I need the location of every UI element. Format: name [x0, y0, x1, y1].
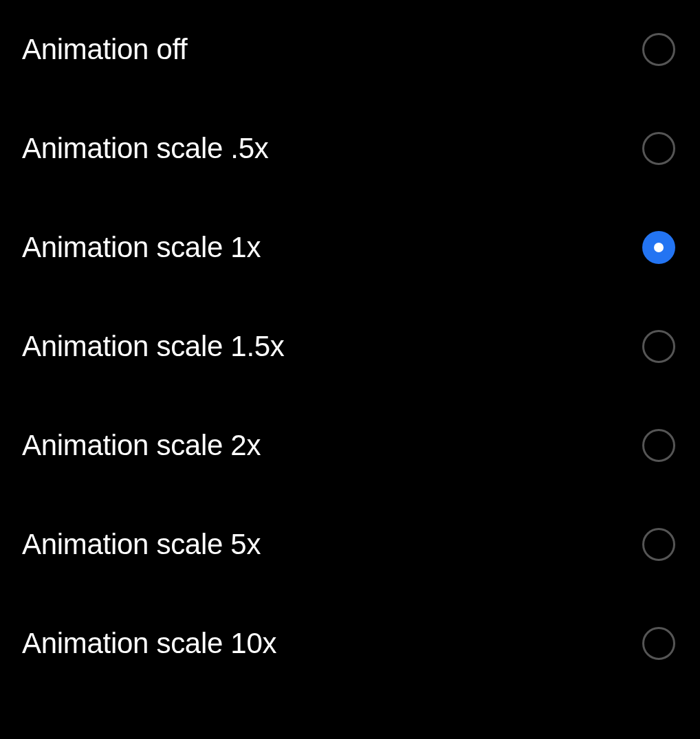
option-animation-off[interactable]: Animation off	[0, 0, 700, 99]
radio-icon	[642, 330, 675, 363]
radio-icon	[642, 627, 675, 660]
option-label: Animation scale 1.5x	[22, 330, 285, 363]
radio-icon	[642, 429, 675, 462]
option-label: Animation scale 2x	[22, 429, 261, 462]
animation-scale-options: Animation off Animation scale .5x Animat…	[0, 0, 700, 693]
radio-icon	[642, 132, 675, 165]
option-label: Animation scale .5x	[22, 132, 268, 165]
option-animation-scale-2x[interactable]: Animation scale 2x	[0, 396, 700, 495]
option-animation-scale-5x[interactable]: Animation scale 5x	[0, 495, 700, 594]
option-animation-scale-1-5x[interactable]: Animation scale 1.5x	[0, 297, 700, 396]
radio-dot-icon	[654, 243, 664, 252]
radio-icon	[642, 33, 675, 66]
option-label: Animation scale 5x	[22, 528, 261, 561]
option-animation-scale-0-5x[interactable]: Animation scale .5x	[0, 99, 700, 198]
option-animation-scale-10x[interactable]: Animation scale 10x	[0, 594, 700, 693]
radio-icon	[642, 231, 675, 264]
option-label: Animation scale 1x	[22, 231, 261, 264]
radio-icon	[642, 528, 675, 561]
option-label: Animation off	[22, 33, 187, 66]
option-label: Animation scale 10x	[22, 627, 276, 660]
option-animation-scale-1x[interactable]: Animation scale 1x	[0, 198, 700, 297]
